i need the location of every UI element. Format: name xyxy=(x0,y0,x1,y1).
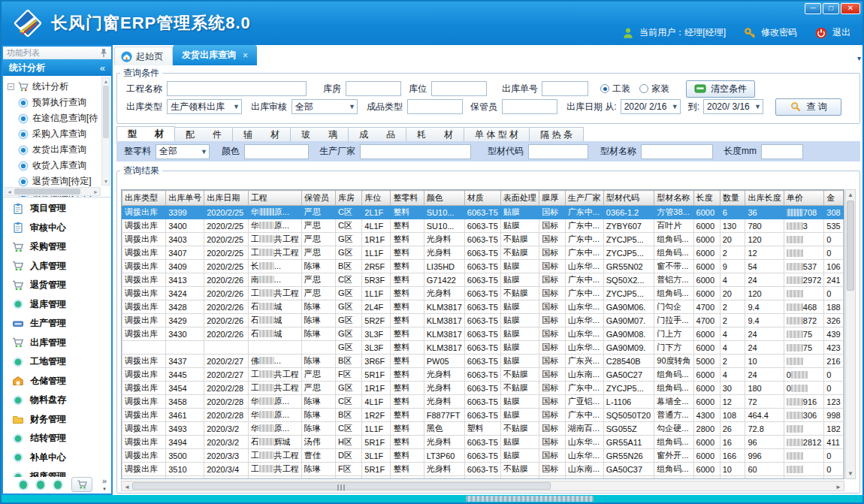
tree-item[interactable]: 收货入库查询 xyxy=(8,158,101,174)
sidebar-item[interactable]: 出库管理 xyxy=(3,333,111,353)
column-header[interactable]: 出库类型 xyxy=(122,191,166,206)
collapse-box-icon[interactable]: − xyxy=(8,83,14,90)
warehouse-input[interactable] xyxy=(346,81,401,96)
scroll-down-icon[interactable]: ▼ xyxy=(846,470,855,477)
sidebar-item[interactable]: 仓储管理 xyxy=(3,372,111,391)
whole-part-select[interactable]: 全部▼ xyxy=(156,144,210,159)
scroll-thumb[interactable] xyxy=(103,86,109,138)
table-row[interactable]: 调拨出库34372020/2/27佛...陈琳B区3R6F整料PW056063-… xyxy=(122,355,844,368)
tree-horizontal-scrollbar[interactable]: ◄ ► xyxy=(5,187,101,196)
sidebar-item[interactable]: 审核中心 xyxy=(3,219,111,238)
radio-gongzhuang[interactable]: 工装 xyxy=(600,83,630,95)
tab-list-arrow-icon[interactable]: ▾ xyxy=(857,54,861,62)
pin-icon[interactable] xyxy=(100,48,107,57)
sidebar-item[interactable]: 物料盘存 xyxy=(3,391,111,410)
close-button[interactable]: ✕ xyxy=(841,3,860,14)
column-header[interactable]: 金 xyxy=(824,191,844,206)
column-header[interactable]: 型材名称 xyxy=(654,191,693,206)
table-row[interactable]: 调拨出库35002020/3/3工共工程曹佳D区3L1F整料LT3P606063… xyxy=(122,449,844,463)
column-header[interactable]: 型材代码 xyxy=(603,191,654,206)
table-row[interactable]: 调拨出库34132020/2/26南...严思C区5R3F整料G71422606… xyxy=(122,273,844,287)
location-input[interactable] xyxy=(431,81,487,96)
column-header[interactable]: 单价 xyxy=(784,191,823,206)
minimize-button[interactable]: ─ xyxy=(805,3,821,14)
sidebar-item[interactable]: 补单中心 xyxy=(3,448,111,468)
cart-module-button[interactable] xyxy=(71,477,92,492)
table-row[interactable]: 调拨出库34302020/2/26石城陈琳G区3L3F整料KLM38176063… xyxy=(122,327,844,341)
column-header[interactable]: 工程 xyxy=(248,191,301,206)
column-header[interactable]: 生产厂家 xyxy=(565,191,603,206)
sidebar-item[interactable]: 生产管理 xyxy=(3,314,111,333)
tree-item[interactable]: 发货出库查询 xyxy=(8,142,101,158)
table-row[interactable]: 调拨出库34612020/2/28华原...陈琳B区1R2F整料F8877FT6… xyxy=(122,409,844,422)
tree-item[interactable]: 预算执行查询 xyxy=(8,95,101,110)
sidebar-item[interactable]: 采购管理 xyxy=(3,237,111,257)
module-dot-icon[interactable] xyxy=(37,481,44,489)
project-name-input[interactable] xyxy=(167,81,307,96)
column-header[interactable]: 整零料 xyxy=(391,191,424,206)
column-header[interactable]: 数量 xyxy=(720,191,745,206)
table-row[interactable]: 调拨出库33992020/2/25华原...严思C区2L1F整料SU10...6… xyxy=(122,206,844,219)
table-row[interactable]: 调拨出库35102020/3/4工共工程陈琳F区5R1F整料光身料6063-T5… xyxy=(122,463,844,476)
table-row[interactable]: 调拨出库34582020/2/28华原...陈琳C区4L1F整料光身料6063-… xyxy=(122,395,844,409)
sidebar-item[interactable]: 退货管理 xyxy=(3,276,111,295)
scroll-thumb[interactable] xyxy=(847,201,854,291)
table-row[interactable]: 调拨出库34942020/3/2石辉城汤伟H区5R1F整料光身料6063-T5贴… xyxy=(122,436,844,449)
sidebar-item[interactable]: 工地管理 xyxy=(3,352,111,372)
module-dot-icon[interactable] xyxy=(20,481,27,489)
table-row[interactable]: 调拨出库34032020/2/25工共工程严思G区1R1F整料光身料6063-T… xyxy=(122,233,844,246)
tree-item[interactable]: 采购入库查询 xyxy=(8,126,101,142)
column-header[interactable]: 长度 xyxy=(693,191,720,206)
column-header[interactable]: 出库长度 xyxy=(745,191,784,206)
material-tab[interactable]: 型 材 xyxy=(116,126,175,142)
keeper-input[interactable] xyxy=(502,99,557,114)
table-row[interactable]: 调拨出库34092020/2/25长...陈琳B区2R5F整料LI35HD606… xyxy=(122,260,844,273)
sidebar-item[interactable]: 入库管理 xyxy=(3,257,111,276)
scroll-up-icon[interactable]: ▲ xyxy=(846,192,855,198)
scroll-right-icon[interactable]: ► xyxy=(835,484,841,490)
table-row[interactable]: 调拨出库34002020/2/25华原...严思C区4L1F整料SU10...6… xyxy=(122,219,844,233)
column-header[interactable]: 保管员 xyxy=(301,191,335,206)
scroll-left-icon[interactable]: ◄ xyxy=(7,189,12,195)
table-row[interactable]: 调拨出库34932020/3/2华原...陈琳C区1L1F整料黑色塑料不贴膜国标… xyxy=(122,422,844,436)
length-input[interactable] xyxy=(761,144,803,159)
material-tab[interactable]: 耗 材 xyxy=(406,127,464,142)
table-row[interactable]: 调拨出库34282020/2/26石城陈琳G区2L4F整料KLM38176063… xyxy=(122,300,844,314)
color-input[interactable] xyxy=(244,144,309,159)
sidebar-item[interactable]: 财务管理 xyxy=(3,410,111,430)
scroll-thumb[interactable] xyxy=(132,482,551,490)
sidebar-item[interactable]: 退库管理 xyxy=(3,295,111,315)
column-header[interactable]: 库房 xyxy=(335,191,361,206)
outbound-type-select[interactable]: 生产领料出库▼ xyxy=(167,99,242,114)
material-tab[interactable]: 玻 璃 xyxy=(291,127,349,142)
tab-home[interactable]: 起始页 xyxy=(114,47,173,65)
column-header[interactable]: 库位 xyxy=(362,191,391,206)
tree-item[interactable]: 在途信息查询[待 xyxy=(8,110,101,126)
material-tab[interactable]: 成 品 xyxy=(349,127,406,142)
sidebar-item[interactable]: 项目管理 xyxy=(3,199,111,219)
order-no-input[interactable] xyxy=(542,81,588,96)
scroll-up-icon[interactable]: ▲ xyxy=(102,79,110,84)
tree-root[interactable]: − 统计分析 xyxy=(8,79,101,95)
manufacturer-input[interactable] xyxy=(360,144,471,159)
tree-vertical-scrollbar[interactable]: ▲ ▼ xyxy=(101,77,110,186)
panel-title-bar[interactable]: 统计分析 « xyxy=(3,59,111,76)
scroll-down-icon[interactable]: ▼ xyxy=(102,179,110,184)
column-header[interactable]: 出库日期 xyxy=(204,191,249,206)
radio-jiazhuang[interactable]: 家装 xyxy=(639,83,669,95)
column-header[interactable]: 出库单号 xyxy=(166,191,204,206)
logout-link[interactable]: 退出 xyxy=(832,26,850,39)
material-tab[interactable]: 隔 热 条 xyxy=(530,127,584,142)
date-from-select[interactable]: 2020/ 2/16▼ xyxy=(621,99,681,114)
grid-horizontal-scrollbar[interactable]: ◄ ► xyxy=(121,481,844,491)
column-header[interactable]: 表面处理 xyxy=(500,191,539,206)
scroll-left-icon[interactable]: ◄ xyxy=(124,484,130,490)
scroll-right-icon[interactable]: ► xyxy=(93,189,98,195)
search-button[interactable]: 查 询 xyxy=(775,98,841,116)
scroll-thumb[interactable] xyxy=(14,189,80,195)
audit-select[interactable]: 全部▼ xyxy=(292,99,358,114)
date-to-select[interactable]: 2020/ 3/16▼ xyxy=(703,99,763,114)
change-password-link[interactable]: 修改密码 xyxy=(761,26,797,39)
close-tab-icon[interactable]: × xyxy=(243,50,248,61)
column-header[interactable]: 材质 xyxy=(464,191,500,206)
